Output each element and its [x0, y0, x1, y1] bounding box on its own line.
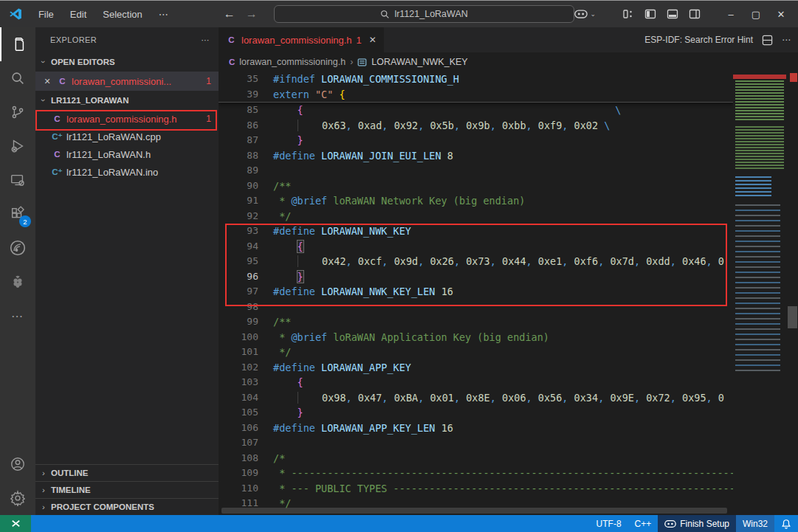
- menu-edit[interactable]: Edit: [63, 6, 93, 23]
- code-line[interactable]: 101 */: [219, 345, 733, 360]
- toggle-secondary-sidebar-icon[interactable]: [689, 8, 701, 20]
- code-line[interactable]: 103 {: [219, 375, 733, 390]
- code-line[interactable]: 96 }: [219, 269, 733, 285]
- line-number: 91: [219, 193, 258, 209]
- outline-label: OUTLINE: [51, 469, 88, 477]
- raspberry-pi-icon[interactable]: [0, 265, 35, 299]
- line-number: 88: [219, 148, 258, 164]
- back-arrow-icon[interactable]: ←: [224, 7, 235, 21]
- outline-section[interactable]: › OUTLINE: [35, 464, 219, 481]
- code-line[interactable]: 89: [219, 163, 733, 179]
- open-editor-item[interactable]: ✕ C lorawan_commissioni... 1: [35, 72, 219, 91]
- line-number: 100: [219, 330, 258, 345]
- code-line[interactable]: 107: [219, 435, 733, 451]
- code-line[interactable]: 93#define LORAWAN_NWK_KEY: [219, 224, 733, 239]
- timeline-section[interactable]: › TIMELINE: [35, 481, 219, 498]
- line-number: 106: [219, 421, 258, 436]
- menu-more[interactable]: ⋯: [152, 6, 175, 23]
- toggle-sidebar-icon[interactable]: [644, 8, 656, 20]
- code-line[interactable]: 95 0x42, 0xcf, 0x9d, 0x26, 0x73, 0x44, 0…: [219, 254, 733, 269]
- code-line[interactable]: 105 }: [219, 405, 733, 421]
- file-item-lr1121-lorawan-cpp[interactable]: C⁺ lr1121_LoRaWAN.cpp: [35, 128, 219, 145]
- vertical-scrollbar-thumb[interactable]: [788, 306, 797, 328]
- code-line[interactable]: 92 */: [219, 209, 733, 224]
- remote-indicator[interactable]: [0, 515, 31, 532]
- code-line[interactable]: 109 * ----------------------------------…: [219, 466, 733, 481]
- account-icon[interactable]: [0, 447, 35, 481]
- minimap-error-line: [733, 75, 786, 79]
- horizontal-scrollbar-thumb[interactable]: [221, 508, 727, 514]
- command-center-search[interactable]: lr1121_LoRaWAN: [274, 5, 575, 23]
- toggle-panel-icon[interactable]: [667, 8, 678, 20]
- settings-gear-icon[interactable]: [0, 481, 35, 515]
- run-debug-icon[interactable]: [0, 129, 35, 163]
- more-actions-icon[interactable]: ⋯: [782, 35, 791, 45]
- tab-close-icon[interactable]: ✕: [369, 35, 376, 45]
- notifications-bell[interactable]: [774, 515, 798, 532]
- copilot-icon: [574, 9, 588, 19]
- open-editors-section[interactable]: › OPEN EDITORS: [35, 52, 219, 72]
- code-line[interactable]: 90/**: [219, 179, 733, 194]
- code-line[interactable]: 108/*: [219, 451, 733, 466]
- close-button[interactable]: ✕: [768, 4, 794, 24]
- minimap[interactable]: [733, 72, 786, 506]
- code-line[interactable]: 94 {: [219, 239, 733, 255]
- code-line[interactable]: 102#define LORAWAN_APP_KEY: [219, 360, 733, 376]
- code-line[interactable]: 110 * --- PUBLIC TYPES -----------------…: [219, 481, 733, 497]
- platform-indicator[interactable]: Win32: [736, 515, 774, 532]
- breadcrumb-symbol[interactable]: LORAWAN_NWK_KEY: [371, 57, 467, 67]
- explorer-icon[interactable]: [0, 27, 35, 61]
- sidebar-title: EXPLORER: [50, 35, 97, 44]
- code-line[interactable]: 88#define LORAWAN_JOIN_EUI_LEN 8: [219, 148, 733, 164]
- timeline-label: TIMELINE: [51, 486, 91, 494]
- customize-layout-icon[interactable]: [622, 8, 634, 20]
- close-editor-icon[interactable]: ✕: [41, 77, 53, 86]
- code-line[interactable]: 97#define LORAWAN_NWK_KEY_LEN 16: [219, 284, 733, 300]
- remote-explorer-icon[interactable]: [0, 163, 35, 197]
- line-number: 96: [219, 269, 258, 285]
- minimize-button[interactable]: –: [718, 4, 743, 24]
- code-line[interactable]: 104 0x98, 0x47, 0xBA, 0x01, 0x8E, 0x06, …: [219, 390, 733, 406]
- overview-ruler-error-mark: [790, 73, 797, 82]
- code-line[interactable]: 99/**: [219, 314, 733, 330]
- source-control-icon[interactable]: [0, 95, 35, 129]
- file-item-lr1121-lorawan-ino[interactable]: C⁺ lr1121_LoRaWAN.ino: [35, 163, 219, 181]
- chevron-right-icon: ›: [38, 502, 49, 511]
- code-line[interactable]: 35#ifndef LORAWAN_COMMISSIONING_H: [219, 72, 733, 87]
- code-line[interactable]: 85 { \: [219, 103, 733, 118]
- code-line[interactable]: 91 * @brief loRaWAN Network Key (big end…: [219, 193, 733, 209]
- open-editor-filename: lorawan_commissioni...: [72, 76, 171, 87]
- code-area[interactable]: 35#ifndef LORAWAN_COMMISSIONING_H39exter…: [219, 72, 733, 515]
- code-line[interactable]: 87 }: [219, 133, 733, 148]
- code-line[interactable]: 106#define LORAWAN_APP_KEY_LEN 16: [219, 421, 733, 436]
- esp-idf-icon[interactable]: [0, 231, 35, 265]
- more-views-icon[interactable]: ⋯: [0, 299, 35, 333]
- split-editor-icon[interactable]: [762, 35, 773, 46]
- folder-section-header[interactable]: › LR1121_LORAWAN: [35, 91, 219, 110]
- extensions-icon[interactable]: 2: [0, 197, 35, 231]
- code-line[interactable]: 86 0x63, 0xad, 0x92, 0x5b, 0x9b, 0xbb, 0…: [219, 118, 733, 134]
- search-view-icon[interactable]: [0, 61, 35, 95]
- forward-arrow-icon[interactable]: →: [246, 7, 258, 21]
- file-item-lorawan-commissioning-h[interactable]: C lorawan_commissioning.h 1: [35, 110, 219, 128]
- encoding-indicator[interactable]: UTF-8: [590, 515, 628, 532]
- code-line[interactable]: 98: [219, 300, 733, 315]
- explorer-sidebar: EXPLORER ⋯ › OPEN EDITORS ✕ C lorawan_co…: [35, 27, 219, 515]
- copilot-setup-button[interactable]: Finish Setup: [658, 515, 736, 532]
- overview-ruler: [786, 72, 798, 506]
- ino-file-icon: C⁺: [52, 167, 63, 177]
- maximize-button[interactable]: ▢: [743, 4, 768, 24]
- language-indicator[interactable]: C++: [628, 515, 658, 532]
- menu-selection[interactable]: Selection: [96, 6, 148, 23]
- file-item-lr1121-lorawan-h[interactable]: C lr1121_LoRaWAN.h: [35, 145, 219, 163]
- esp-idf-action-label[interactable]: ESP-IDF: Search Error Hint: [644, 35, 753, 45]
- code-line[interactable]: 100 * @brief loRaWAN Application Key (bi…: [219, 330, 733, 345]
- code-line[interactable]: 39extern "C" {: [219, 87, 733, 103]
- sidebar-more-icon[interactable]: ⋯: [202, 35, 210, 45]
- project-components-section[interactable]: › PROJECT COMPONENTS: [35, 498, 219, 515]
- copilot-menu[interactable]: ⌄: [574, 9, 596, 19]
- tab-lorawan-commissioning-h[interactable]: C lorawan_commissioning.h 1 ✕: [219, 27, 385, 52]
- menu-file[interactable]: File: [32, 6, 61, 23]
- breadcrumb-file[interactable]: lorawan_commissioning.h: [239, 57, 345, 67]
- editor-pane[interactable]: 35#ifndef LORAWAN_COMMISSIONING_H39exter…: [219, 72, 798, 515]
